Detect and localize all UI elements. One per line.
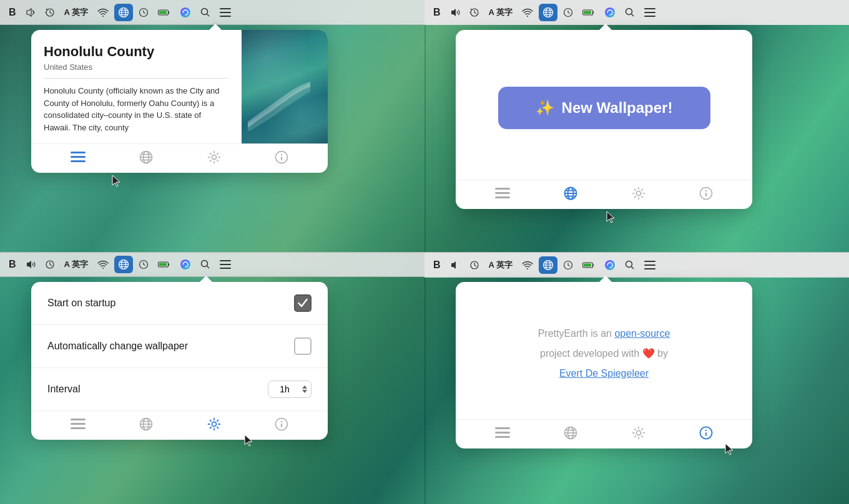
mb-r-volume[interactable]: [446, 4, 464, 21]
wt-info-icon[interactable]: [699, 187, 713, 203]
interval-row: Interval 15m 30m 1h 2h 4h 8h 24h: [31, 368, 328, 410]
svg-point-84: [636, 191, 640, 196]
honolulu-text-area: Honolulu County United States Honolulu C…: [31, 30, 242, 143]
svg-rect-77: [495, 192, 510, 194]
mb-b2-battery[interactable]: [154, 256, 174, 273]
mb-battery[interactable]: [154, 4, 174, 21]
mb-br-siri[interactable]: [601, 256, 619, 274]
cursor-top-right: [606, 210, 618, 228]
toolbar-info-icon[interactable]: [275, 150, 288, 167]
svg-rect-111: [705, 432, 707, 436]
at-info-icon[interactable]: [699, 426, 713, 442]
mb-globe-active[interactable]: [114, 4, 133, 21]
svg-rect-62: [644, 264, 655, 266]
svg-point-43: [202, 261, 208, 267]
author-link[interactable]: Evert De Spiegeleer: [559, 368, 649, 379]
toolbar-globe-icon[interactable]: [139, 150, 153, 167]
mb-br-search[interactable]: [621, 256, 639, 274]
svg-point-98: [281, 421, 282, 422]
mb-b2-clock[interactable]: [135, 256, 152, 273]
svg-rect-99: [281, 424, 282, 427]
mb-b2-bold[interactable]: B: [5, 256, 20, 273]
mb-br-clock[interactable]: [559, 256, 577, 274]
open-source-link[interactable]: open-source: [614, 328, 670, 339]
mb-r-battery[interactable]: [579, 4, 599, 21]
interval-label: Interval: [47, 384, 80, 395]
mb-volume[interactable]: [22, 4, 39, 21]
popup-honolulu-inner: Honolulu County United States Honolulu C…: [31, 30, 328, 173]
st-list-icon[interactable]: [71, 418, 86, 433]
at-globe-icon[interactable]: [564, 426, 577, 442]
mb-b2-search[interactable]: [197, 256, 214, 273]
mb-r-globe-active[interactable]: [539, 4, 557, 21]
svg-rect-15: [220, 16, 231, 17]
svg-point-27: [626, 9, 632, 15]
mb-b2-wifi[interactable]: [94, 256, 112, 273]
mb-menu[interactable]: [216, 4, 235, 21]
svg-rect-41: [159, 263, 167, 266]
svg-line-60: [632, 267, 634, 269]
mb-r-search[interactable]: [621, 4, 639, 21]
svg-rect-89: [71, 423, 86, 425]
mb-b2-font[interactable]: A 英字: [61, 256, 92, 273]
st-globe-icon[interactable]: [139, 417, 153, 434]
mb-r-clock[interactable]: [559, 4, 577, 21]
honolulu-description: Honolulu County (officially known as the…: [44, 85, 229, 133]
svg-point-74: [281, 154, 282, 155]
svg-rect-88: [71, 419, 86, 420]
mb-r-font[interactable]: A 英字: [485, 4, 517, 21]
mb-br-battery[interactable]: [579, 256, 599, 274]
startup-row: Start on startup: [31, 282, 328, 325]
mb-br-menu[interactable]: [640, 256, 659, 274]
mb-b2-globe[interactable]: [114, 256, 133, 273]
cursor-top-left: [111, 174, 124, 191]
svg-rect-100: [495, 427, 510, 429]
startup-checkbox[interactable]: [294, 294, 312, 312]
mb-b2-siri[interactable]: [176, 256, 195, 273]
svg-rect-75: [281, 157, 282, 160]
popup-settings-inner: Start on startup Automatically change wa…: [31, 282, 328, 440]
mb-br-volume[interactable]: [446, 256, 464, 274]
mb-siri[interactable]: [176, 4, 195, 21]
mb-r-wifi[interactable]: [518, 4, 537, 21]
wallpaper-content: ✨ New Wallpaper!: [456, 30, 752, 180]
wt-gear-icon[interactable]: [632, 187, 645, 203]
at-gear-icon[interactable]: [632, 426, 645, 442]
mb-search[interactable]: [197, 4, 214, 21]
svg-rect-47: [220, 268, 231, 269]
wt-list-icon[interactable]: [495, 187, 510, 202]
mb-clock[interactable]: [135, 4, 152, 21]
mb-r-bold[interactable]: B: [429, 4, 444, 21]
mb-r-siri[interactable]: [601, 4, 619, 21]
interval-select[interactable]: 15m 30m 1h 2h 4h 8h 24h: [268, 380, 312, 398]
toolbar-gear-icon[interactable]: [207, 150, 221, 167]
honolulu-toolbar: [31, 143, 328, 173]
coastline-svg: [248, 81, 310, 131]
wand-icon: ✨: [536, 99, 554, 117]
popup-honolulu-body: Honolulu County United States Honolulu C…: [31, 30, 328, 143]
auto-wallpaper-checkbox[interactable]: [294, 337, 312, 355]
mb-br-font[interactable]: A 英字: [485, 256, 517, 274]
popup-settings-tail: [200, 276, 212, 282]
mb-br-globe[interactable]: [539, 256, 557, 274]
mb-font[interactable]: A 英字: [61, 4, 92, 21]
mb-b2-volume[interactable]: [22, 256, 39, 273]
toolbar-list-icon[interactable]: [71, 151, 86, 166]
wt-globe-icon[interactable]: [564, 187, 577, 203]
mb-b2-menu[interactable]: [216, 256, 235, 273]
mb-r-menu[interactable]: [640, 4, 659, 21]
mb-wifi[interactable]: [94, 4, 112, 21]
st-info-icon[interactable]: [275, 417, 288, 434]
popup-about: PrettyEarth is an open-source project de…: [456, 282, 752, 448]
mb-br-bold[interactable]: B: [429, 256, 444, 274]
st-gear-icon[interactable]: [207, 417, 221, 434]
mb-br-wifi[interactable]: [518, 256, 537, 274]
mb-b2-time[interactable]: [41, 256, 59, 273]
mb-bold[interactable]: B: [5, 4, 20, 21]
at-list-icon[interactable]: [495, 427, 510, 442]
mb-time-machine[interactable]: [41, 4, 59, 21]
new-wallpaper-button[interactable]: ✨ New Wallpaper!: [498, 87, 710, 129]
mb-br-time[interactable]: [466, 256, 483, 274]
mb-r-time[interactable]: [466, 4, 483, 21]
svg-point-33: [102, 268, 104, 269]
